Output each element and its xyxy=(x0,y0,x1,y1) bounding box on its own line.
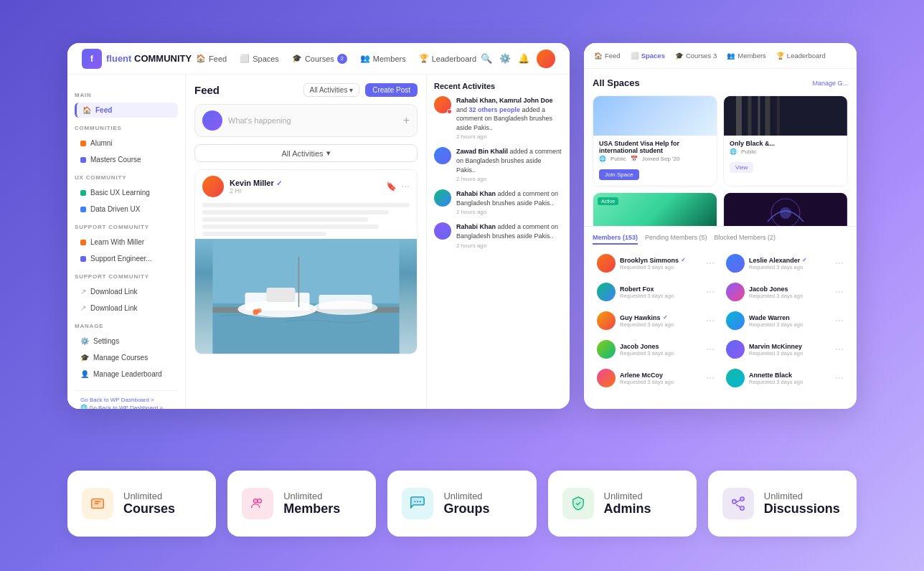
member-name-7: Marvin McKinney xyxy=(749,343,831,350)
fc-topbar: f fluent COMMUNITY 🏠 Feed ⬜ Spaces 🎓 Cou… xyxy=(67,43,570,75)
post-line-4 xyxy=(202,225,379,229)
fc-post-image xyxy=(195,239,417,354)
manage-courses-icon: 🎓 xyxy=(80,354,89,362)
member-more-7[interactable]: ⋯ xyxy=(835,344,844,354)
sidebar-footer: Go Back to WP Dashboard > 🌐 Go Back to W… xyxy=(75,390,178,409)
space-badge-2: Active xyxy=(598,197,618,205)
feature-card-admins: Unlimited Admins xyxy=(548,471,697,537)
sidebar-item-support-eng[interactable]: Support Engineer... xyxy=(75,251,178,266)
sidebar-download2-label: Download Link xyxy=(90,304,138,312)
rs-nav-courses[interactable]: 🎓 Courses 3 xyxy=(675,52,717,60)
sidebar-footer-label[interactable]: Go Back to WP Dashboard > xyxy=(80,397,172,403)
sidebar-item-feed[interactable]: 🏠 Feed xyxy=(75,103,178,118)
fc-logo-text: fluent COMMUNITY xyxy=(106,53,192,64)
bell-icon[interactable]: 🔔 xyxy=(518,53,529,64)
member-avatar-4 xyxy=(597,311,616,330)
masters-dot xyxy=(80,157,86,163)
admins-icon xyxy=(570,496,586,511)
learn-dot xyxy=(80,240,86,245)
space-card-2: Active Lifan K19 Users Club of Banglades… xyxy=(593,192,717,227)
post-author-name: Kevin Miller ✓ xyxy=(230,179,380,187)
rs-tab-blocked[interactable]: Blocked Members (2) xyxy=(715,234,776,245)
sidebar-item-manage-leaderboard[interactable]: 👤 Manage Leaderboard xyxy=(75,367,178,382)
rs-leaderboard-icon: 🏆 xyxy=(776,52,785,60)
external-link-icon-2: ↗ xyxy=(80,304,86,312)
sidebar-item-learn[interactable]: Learn With Miller xyxy=(75,235,178,250)
sidebar-data-ux-label: Data Driven UX xyxy=(90,205,140,213)
nav-feed[interactable]: 🏠 Feed xyxy=(196,54,227,63)
logo-community: COMMUNITY xyxy=(134,53,192,64)
member-more-6[interactable]: ⋯ xyxy=(706,344,715,354)
home-nav-icon: 🏠 xyxy=(196,54,206,63)
sidebar-item-data-ux[interactable]: Data Driven UX xyxy=(75,202,178,217)
member-name-text-0: Brooklyn Simmons xyxy=(620,257,679,264)
sidebar-section-ux: UX COMMUNITY xyxy=(75,174,178,181)
rs-nav-members[interactable]: 👥 Members xyxy=(727,52,766,60)
sidebar-item-download1[interactable]: ↗ Download Link xyxy=(75,284,178,299)
rs-nav-leaderboard[interactable]: 🏆 Leaderboard xyxy=(776,52,826,60)
member-verified-0: ✓ xyxy=(681,257,686,263)
space-visibility-0: Public xyxy=(610,156,626,162)
member-more-3[interactable]: ⋯ xyxy=(835,287,844,297)
join-space-button-0[interactable]: Join Space xyxy=(599,169,639,180)
sidebar-section-support2: SUPPORT COMMUNITY xyxy=(75,273,178,280)
rs-nav-feed[interactable]: 🏠 Feed xyxy=(594,52,621,60)
create-post-button[interactable]: Create Post xyxy=(365,83,418,97)
member-name-4: Guy Hawkins ✓ xyxy=(620,314,702,321)
feature-cards-row: Unlimited Courses Unlimited Members xyxy=(67,471,857,537)
manage-spaces-button[interactable]: Manage G... xyxy=(812,80,848,87)
go-back-wp[interactable]: 🌐 Go Back to WP Dashboard > xyxy=(80,405,163,409)
fc-logo-icon: f xyxy=(82,49,102,69)
space-card-3: Cyber 71, Wo... Bangladesh 🌐 Public aw S… xyxy=(723,192,848,227)
member-more-0[interactable]: ⋯ xyxy=(706,258,715,268)
nav-courses[interactable]: 🎓 Courses 2 xyxy=(292,54,347,64)
member-more-5[interactable]: ⋯ xyxy=(835,316,844,326)
activity-item-2: Rahabi Khan added a comment on Banglades… xyxy=(434,189,562,215)
compose-plus-icon[interactable]: + xyxy=(403,114,410,127)
nav-members[interactable]: 👥 Members xyxy=(360,54,406,63)
activities-dropdown[interactable]: All Activities ▾ xyxy=(194,144,418,162)
view-space-button-1[interactable]: View xyxy=(730,162,753,173)
member-row-4: Guy Hawkins ✓ Requested 3 days ago ⋯ xyxy=(593,308,719,334)
rs-body: All Spaces Manage G... USA Student Visa … xyxy=(584,69,857,409)
member-more-8[interactable]: ⋯ xyxy=(706,373,715,383)
feature-card-groups: Unlimited Groups xyxy=(387,471,536,537)
fc-compose-box[interactable]: What's happening + xyxy=(194,104,418,137)
settings-icon[interactable]: ⚙️ xyxy=(499,53,511,64)
sidebar-feed-label: Feed xyxy=(95,106,112,114)
courses-nav-icon: 🎓 xyxy=(292,54,302,63)
bookmark-icon[interactable]: 🔖 xyxy=(386,181,397,192)
nav-leaderboard[interactable]: 🏆 Leaderboard xyxy=(419,54,476,63)
member-info-9: Annette Black Requested 3 days ago xyxy=(749,372,831,385)
member-more-9[interactable]: ⋯ xyxy=(835,373,844,383)
sidebar-item-alumni[interactable]: Alumni xyxy=(75,136,178,151)
courses-top-label: Unlimited xyxy=(123,491,175,501)
sidebar-item-settings[interactable]: ⚙️ Settings xyxy=(75,334,178,349)
member-info-7: Marvin McKinney Requested 3 days ago xyxy=(749,343,831,357)
rs-tab-members[interactable]: Members (153) xyxy=(593,234,638,245)
member-more-2[interactable]: ⋯ xyxy=(706,287,715,297)
all-activities-filter[interactable]: All Activities ▾ xyxy=(303,83,360,97)
screenshots-area: f fluent COMMUNITY 🏠 Feed ⬜ Spaces 🎓 Cou… xyxy=(67,43,857,409)
search-icon[interactable]: 🔍 xyxy=(481,53,492,64)
member-more-1[interactable]: ⋯ xyxy=(835,258,844,268)
space-info-0: USA Student Visa Help for international … xyxy=(593,136,717,166)
svg-point-19 xyxy=(258,308,262,313)
sidebar-item-masters[interactable]: Masters Course xyxy=(75,152,178,167)
sidebar-item-download2[interactable]: ↗ Download Link xyxy=(75,301,178,316)
member-info-5: Wade Warren Requested 3 days ago xyxy=(749,314,831,328)
sidebar-item-manage-courses[interactable]: 🎓 Manage Courses xyxy=(75,350,178,365)
nav-spaces[interactable]: ⬜ Spaces xyxy=(240,54,279,63)
activity-avatar-3 xyxy=(434,222,451,240)
sidebar-support-eng-label: Support Engineer... xyxy=(90,255,152,263)
user-avatar[interactable] xyxy=(537,49,555,68)
member-avatar-9 xyxy=(726,369,745,387)
rs-nav-spaces[interactable]: ⬜ Spaces xyxy=(631,52,665,60)
rs-tab-pending[interactable]: Pending Members (5) xyxy=(645,234,707,245)
more-options-icon[interactable]: ⋯ xyxy=(401,181,410,192)
member-more-4[interactable]: ⋯ xyxy=(706,316,715,326)
sidebar-item-basic-ux[interactable]: Basic UX Learning xyxy=(75,185,178,200)
activity-content-2: Rahabi Khan added a comment on Banglades… xyxy=(456,189,562,207)
member-req-1: Requested 3 days ago xyxy=(749,264,831,270)
basic-ux-dot xyxy=(80,190,86,196)
